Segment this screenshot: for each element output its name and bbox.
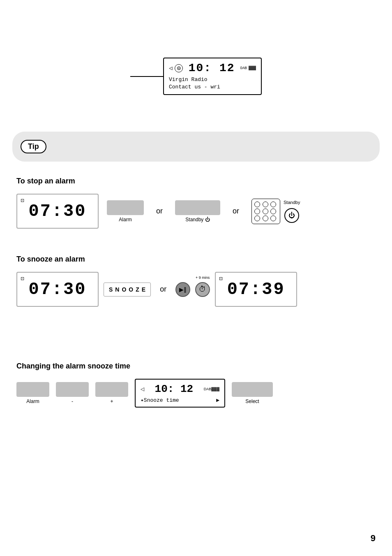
standby-button-label: Standby ⏻ <box>185 217 210 222</box>
tip-section: Tip <box>12 132 380 162</box>
key-s: S <box>109 286 113 293</box>
lcd-icons-right: DAB ▓▓▓ <box>240 66 256 70</box>
lcd-line1: Virgin Radio <box>169 76 256 83</box>
change-snooze-row: Alarm - + ◁ 10: 12 DAB▓▓▓ ✦Snooze time ▶ <box>16 379 376 408</box>
key-n: N <box>115 286 119 293</box>
lcd-snooze-line: ✦Snooze time ▶ <box>141 397 219 403</box>
clock-display-stop: ⊡ 07:30 <box>16 194 99 229</box>
stop-alarm-time: 07:30 <box>28 202 86 221</box>
lcd-display-change-snooze: ◁ 10: 12 DAB▓▓▓ ✦Snooze time ▶ <box>135 379 225 408</box>
remote-dot-1 <box>254 202 260 207</box>
remote-dot-2 <box>263 202 268 207</box>
alarm-button-wrapper: Alarm <box>107 200 144 222</box>
clock-display-snooze: ⊡ 07:30 <box>16 272 99 307</box>
alarm-button[interactable] <box>107 200 144 215</box>
or-text-snooze: or <box>160 285 166 294</box>
timer-icon: ⏱ <box>199 285 206 294</box>
key-o2: O <box>129 286 133 293</box>
snooze-end-time: 07:39 <box>227 280 285 299</box>
remote-dot-5 <box>263 208 268 214</box>
clock-display-snooze-end: ⊡ 07:39 <box>215 272 297 307</box>
snooze-time-text: ✦Snooze time <box>141 397 179 403</box>
clock-icon-top: ⊙ <box>175 64 183 72</box>
play-pause-button[interactable]: ▶‖ <box>175 282 190 297</box>
select-btn-label: Select <box>245 398 259 404</box>
remote-dot-8 <box>263 215 268 221</box>
power-icon: ⏻ <box>288 212 295 219</box>
alarm-icon-stop: ⊡ <box>21 198 24 203</box>
minus-btn-label: - <box>71 398 73 404</box>
back-icon: ◁ <box>169 65 172 72</box>
change-snooze-heading: Changing the alarm snooze time <box>16 362 376 371</box>
plus-btn-label: + <box>110 398 113 404</box>
lcd-line2: Contact us - wri <box>169 83 256 91</box>
change-snooze-section: Changing the alarm snooze time Alarm - +… <box>16 362 376 408</box>
tip-badge: Tip <box>21 140 46 153</box>
alarm-btn-change-wrapper: Alarm <box>16 382 49 404</box>
remote-dot-3 <box>270 202 276 207</box>
alarm-icon-snooze-end: ⊡ <box>219 276 223 281</box>
lcd-time-snooze: 10: 12 <box>155 383 194 395</box>
key-o1: O <box>122 286 126 293</box>
play-pause-icon: ▶‖ <box>179 286 187 293</box>
plus-btn-wrapper: + <box>95 382 128 404</box>
snooze-alarm-heading: To snooze an alarm <box>16 255 376 264</box>
remote-dot-7 <box>254 215 260 221</box>
select-btn-wrapper: Select <box>232 382 273 404</box>
alarm-btn-change[interactable] <box>16 382 49 397</box>
back-icon-snooze: ◁ <box>141 386 144 392</box>
minus-btn-wrapper: - <box>56 382 89 404</box>
snooze-alarm-section: To snooze an alarm ⊡ 07:30 S N O O Z E o… <box>16 255 376 307</box>
standby-button-flat[interactable] <box>175 200 220 215</box>
remote-dot-6 <box>270 208 276 214</box>
lcd-time-top: 10: 12 <box>189 62 235 74</box>
arrow-line <box>130 76 163 77</box>
stop-alarm-section: To stop an alarm ⊡ 07:30 Alarm or Standb… <box>16 177 376 229</box>
key-z: Z <box>136 286 139 293</box>
select-btn[interactable] <box>232 382 273 397</box>
or-text-1: or <box>156 207 163 215</box>
standby-remote-label: Standby <box>284 200 300 205</box>
alarm-icon-snooze: ⊡ <box>21 276 24 281</box>
lcd-icons-snooze: DAB▓▓▓ <box>204 387 219 391</box>
stop-alarm-heading: To stop an alarm <box>16 177 376 185</box>
key-e: E <box>142 286 145 293</box>
remote-dot-4 <box>254 208 260 214</box>
page-number: 9 <box>371 533 376 544</box>
minus-btn[interactable] <box>56 382 89 397</box>
lcd-display-top: ◁ ⊙ 10: 12 DAB ▓▓▓ Virgin Radio Contact … <box>163 58 262 95</box>
snooze-row: ⊡ 07:30 S N O O Z E or ▶‖ + 9 mins ⏱ ⊡ 0… <box>16 272 376 307</box>
plus-mins-label: + 9 mins <box>196 276 210 280</box>
plus-btn[interactable] <box>95 382 128 397</box>
or-text-2: or <box>233 207 239 215</box>
alarm-btn-change-label: Alarm <box>26 398 39 404</box>
standby-power-button[interactable]: ⏻ <box>284 208 299 223</box>
timer-button-wrapper: + 9 mins ⏱ <box>195 282 210 297</box>
snooze-keyboard: S N O O Z E <box>104 283 151 297</box>
snooze-start-time: 07:30 <box>28 280 86 299</box>
top-display-section: ◁ ⊙ 10: 12 DAB ▓▓▓ Virgin Radio Contact … <box>0 58 392 95</box>
remote-dot-9 <box>270 215 276 221</box>
alarm-button-label: Alarm <box>119 217 131 222</box>
stop-alarm-row: ⊡ 07:30 Alarm or Standby ⏻ or <box>16 194 376 229</box>
remote-illustration: Standby ⏻ <box>251 199 300 224</box>
arrow-right-icon: ▶ <box>216 397 219 403</box>
remote-body <box>251 199 280 224</box>
timer-button[interactable]: ⏱ <box>195 282 210 297</box>
standby-button-wrapper: Standby ⏻ <box>175 200 220 222</box>
